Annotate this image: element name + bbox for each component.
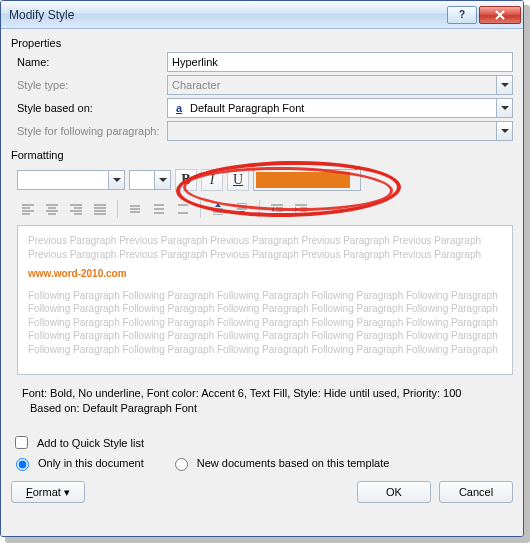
- preview-sample-text: www.word-2010.com: [28, 267, 502, 281]
- based-on-select[interactable]: a Default Paragraph Font: [167, 98, 513, 118]
- only-this-document-label: Only in this document: [38, 457, 144, 469]
- desc-line1: Font: Bold, No underline, Font color: Ac…: [22, 386, 508, 401]
- preview-next-text: Following Paragraph Following Paragraph …: [28, 289, 502, 357]
- new-documents-label: New documents based on this template: [197, 457, 390, 469]
- style-type-select: Character: [167, 75, 513, 95]
- font-size-select[interactable]: [129, 170, 171, 190]
- indent-increase-button[interactable]: [290, 199, 312, 219]
- font-color-select[interactable]: [253, 169, 361, 191]
- properties-heading: Properties: [11, 37, 513, 49]
- indent-decrease-button[interactable]: [266, 199, 288, 219]
- align-right-button[interactable]: [65, 199, 87, 219]
- color-swatch: [256, 172, 350, 188]
- new-documents-radio[interactable]: [175, 458, 188, 471]
- underline-button[interactable]: U: [227, 169, 249, 191]
- based-on-label: Style based on:: [17, 102, 167, 114]
- separator: [117, 200, 118, 218]
- align-justify-button[interactable]: [89, 199, 111, 219]
- chevron-down-icon: [496, 76, 512, 94]
- space-before-decrease-button[interactable]: [231, 199, 253, 219]
- style-description: Font: Bold, No underline, Font color: Ac…: [17, 379, 513, 425]
- italic-button[interactable]: I: [201, 169, 223, 191]
- space-before-increase-button[interactable]: [207, 199, 229, 219]
- add-quick-style-checkbox[interactable]: [15, 436, 28, 449]
- name-label: Name:: [17, 56, 167, 68]
- letter-a-icon: a: [172, 102, 186, 114]
- line-spacing-2-button[interactable]: [172, 199, 194, 219]
- help-button[interactable]: ?: [447, 6, 477, 24]
- separator: [200, 200, 201, 218]
- align-center-button[interactable]: [41, 199, 63, 219]
- line-spacing-1-button[interactable]: [124, 199, 146, 219]
- separator: [259, 200, 260, 218]
- modify-style-dialog: Modify Style ? Properties Name: Style ty…: [0, 0, 524, 537]
- close-button[interactable]: [479, 6, 521, 24]
- only-this-document-radio[interactable]: [16, 458, 29, 471]
- add-quick-style-label: Add to Quick Style list: [37, 437, 144, 449]
- chevron-down-icon[interactable]: [352, 170, 360, 190]
- chevron-down-icon[interactable]: [108, 171, 124, 189]
- chevron-down-icon[interactable]: [154, 171, 170, 189]
- style-type-label: Style type:: [17, 79, 167, 91]
- align-left-button[interactable]: [17, 199, 39, 219]
- following-select: [167, 121, 513, 141]
- desc-line2: Based on: Default Paragraph Font: [22, 401, 508, 416]
- formatting-heading: Formatting: [11, 149, 513, 161]
- preview-prev-text: Previous Paragraph Previous Paragraph Pr…: [28, 234, 502, 261]
- titlebar[interactable]: Modify Style ?: [1, 1, 523, 29]
- name-input[interactable]: [167, 52, 513, 72]
- chevron-down-icon: [496, 122, 512, 140]
- dialog-title: Modify Style: [9, 8, 445, 22]
- format-button[interactable]: Format ▾: [11, 481, 85, 503]
- line-spacing-1-5-button[interactable]: [148, 199, 170, 219]
- following-label: Style for following paragraph:: [17, 125, 167, 137]
- ok-button[interactable]: OK: [357, 481, 431, 503]
- font-family-select[interactable]: [17, 170, 125, 190]
- preview-pane: Previous Paragraph Previous Paragraph Pr…: [17, 225, 513, 375]
- cancel-button[interactable]: Cancel: [439, 481, 513, 503]
- chevron-down-icon[interactable]: [496, 99, 512, 117]
- bold-button[interactable]: B: [175, 169, 197, 191]
